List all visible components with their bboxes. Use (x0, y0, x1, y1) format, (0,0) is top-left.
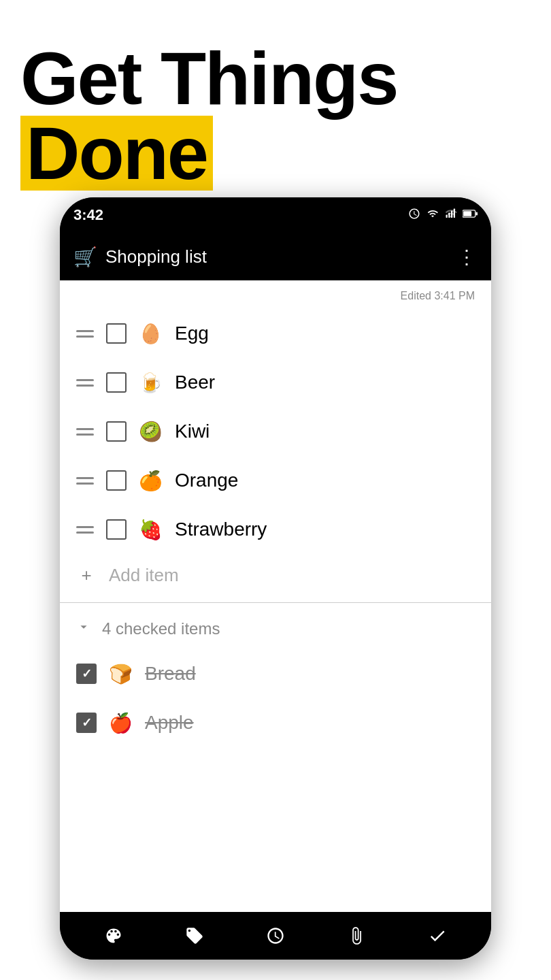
status-icons (408, 208, 478, 223)
checkbox-egg[interactable] (106, 323, 127, 344)
drag-handle-egg[interactable] (76, 330, 94, 338)
header-title-highlight: Done (20, 116, 213, 191)
svg-rect-6 (475, 212, 478, 215)
add-item-label: Add item (109, 565, 179, 586)
egg-emoji: 🥚 (139, 323, 163, 345)
drag-handle-strawberry[interactable] (76, 526, 94, 534)
list-item: 🍊 Orange (60, 456, 491, 505)
checkbox-kiwi[interactable] (106, 421, 127, 442)
section-divider (60, 602, 491, 603)
svg-rect-5 (463, 211, 471, 216)
palette-nav-icon[interactable] (97, 919, 131, 953)
phone-frame: 3:42 🛒 Shopping list ⋮ (60, 197, 491, 960)
paperclip-nav-icon[interactable] (339, 919, 373, 953)
checked-section-header[interactable]: 4 checked items (60, 608, 491, 649)
list-item-checked: 🍞 Bread (60, 649, 491, 698)
bottom-nav (60, 912, 491, 960)
svg-rect-1 (448, 213, 450, 218)
bread-emoji: 🍞 (109, 663, 133, 685)
wifi-status-icon (426, 208, 439, 222)
apple-label: Apple (145, 712, 194, 734)
cart-icon: 🛒 (73, 246, 97, 268)
list-item: 🍺 Beer (60, 358, 491, 407)
checkbox-orange[interactable] (106, 470, 127, 491)
checkbox-bread[interactable] (76, 664, 97, 684)
kiwi-label: Kiwi (175, 421, 210, 442)
list-item-checked: 🍎 Apple (60, 698, 491, 747)
add-icon: + (76, 565, 97, 586)
drag-handle-beer[interactable] (76, 379, 94, 387)
checkbox-strawberry[interactable] (106, 519, 127, 540)
svg-rect-2 (451, 211, 452, 218)
alarm-status-icon (408, 208, 420, 223)
app-bar: 🛒 Shopping list ⋮ (60, 233, 491, 280)
drag-handle-kiwi[interactable] (76, 428, 94, 436)
strawberry-label: Strawberry (175, 519, 267, 540)
page-header: Get Things Done (0, 0, 551, 218)
beer-label: Beer (175, 372, 215, 393)
more-menu-icon[interactable]: ⋮ (457, 246, 478, 268)
checkbox-beer[interactable] (106, 372, 127, 393)
checked-section: 4 checked items 🍞 Bread 🍎 Apple (60, 608, 491, 747)
bread-label: Bread (145, 663, 196, 685)
list-item: 🥚 Egg (60, 309, 491, 358)
orange-emoji: 🍊 (139, 470, 163, 492)
svg-rect-0 (446, 215, 448, 218)
battery-status-icon (463, 209, 478, 221)
signal-status-icon (445, 208, 457, 223)
checked-count-label: 4 checked items (102, 619, 220, 638)
list-item: 🥝 Kiwi (60, 407, 491, 456)
edited-label: Edited 3:41 PM (60, 280, 491, 309)
add-item-row[interactable]: + Add item (60, 554, 491, 597)
drag-handle-orange[interactable] (76, 477, 94, 485)
alarm-nav-icon[interactable] (258, 919, 293, 953)
orange-label: Orange (175, 470, 238, 491)
strawberry-emoji: 🍓 (139, 519, 163, 541)
beer-emoji: 🍺 (139, 372, 163, 394)
kiwi-emoji: 🥝 (139, 421, 163, 443)
tag-nav-icon[interactable] (178, 919, 212, 953)
status-time: 3:42 (73, 206, 103, 224)
content-area: Edited 3:41 PM 🥚 Egg 🍺 Beer (60, 280, 491, 912)
list-item: 🍓 Strawberry (60, 505, 491, 554)
header-title-normal: Get Things (20, 41, 397, 116)
unchecked-list: 🥚 Egg 🍺 Beer 🥝 Kiwi (60, 309, 491, 597)
app-bar-left: 🛒 Shopping list (73, 246, 207, 268)
svg-rect-3 (454, 209, 455, 218)
egg-label: Egg (175, 323, 209, 344)
checkbox-apple[interactable] (76, 713, 97, 733)
apple-emoji: 🍎 (109, 712, 133, 734)
checkmark-nav-icon[interactable] (420, 919, 454, 953)
status-bar: 3:42 (60, 197, 491, 233)
app-bar-title: Shopping list (105, 246, 207, 267)
chevron-down-icon (76, 619, 91, 638)
